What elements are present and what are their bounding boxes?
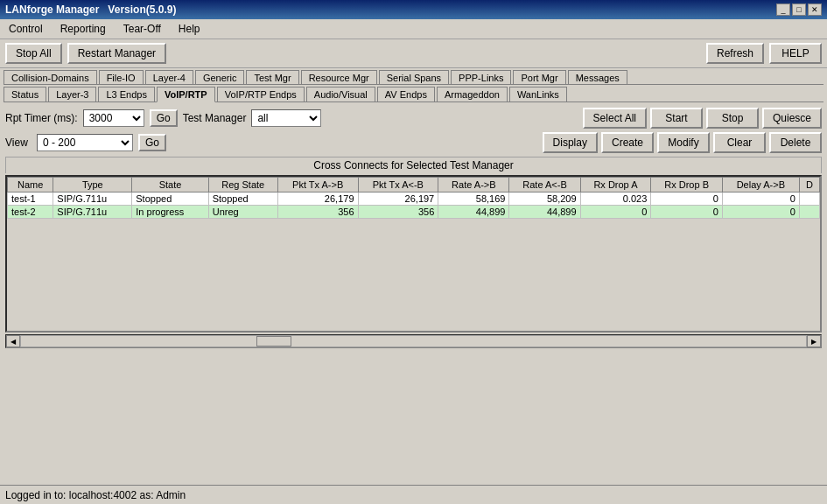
stop-button[interactable]: Stop [706,108,759,129]
tab-audio-visual[interactable]: Audio/Visual [306,87,375,102]
cell-rate-ba: 44,899 [509,206,580,219]
tab-wanlinks[interactable]: WanLinks [509,87,567,102]
restart-manager-button[interactable]: Restart Manager [67,43,166,64]
cross-connects-table: Name Type State Reg State Pkt Tx A->B Pk… [7,177,820,219]
tab-armageddon[interactable]: Armageddon [437,87,508,102]
rpt-timer-label: Rpt Timer (ms): [5,112,78,124]
table-row[interactable]: test-2 SIP/G.711u In progress Unreg 356 … [8,206,820,219]
close-button[interactable]: ✕ [808,4,822,16]
cell-state: In progress [132,206,208,219]
cell-rate-ba: 58,209 [509,192,580,206]
cell-type: SIP/G.711u [53,206,132,219]
cell-name: test-1 [8,192,53,206]
menu-reporting[interactable]: Reporting [55,21,111,37]
tabs-row2: Status Layer-3 L3 Endps VoIP/RTP VoIP/RT… [0,85,827,102]
control-row-2: View 0 - 200 Go Display Create Modify Cl… [5,132,822,153]
display-button[interactable]: Display [543,132,598,153]
menu-bar: Control Reporting Tear-Off Help [0,19,827,39]
cell-pkt-tx-ab: 26,179 [277,192,358,206]
horizontal-scrollbar[interactable]: ◀ ▶ [5,334,822,348]
col-state: State [132,178,208,192]
tabs-row1: Collision-Domains File-IO Layer-4 Generi… [0,68,827,84]
tab-ppp-links[interactable]: PPP-Links [451,70,511,85]
tab-serial-spans[interactable]: Serial Spans [379,70,449,85]
go2-button[interactable]: Go [138,134,166,151]
control-row-1: Rpt Timer (ms): 3000 Go Test Manager all… [5,108,822,129]
test-manager-label: Test Manager [183,112,247,124]
table-section: Cross Connects for Selected Test Manager… [5,157,822,480]
tab-messages[interactable]: Messages [568,70,627,85]
maximize-button[interactable]: □ [792,4,806,16]
select-all-button[interactable]: Select All [583,108,647,129]
quiesce-button[interactable]: Quiesce [762,108,822,129]
title-bar: LANforge Manager Version(5.0.9) _ □ ✕ [0,0,827,19]
minimize-button[interactable]: _ [776,4,790,16]
tab-l3-endps[interactable]: L3 Endps [98,87,154,102]
cell-d [799,206,819,219]
col-reg-state: Reg State [208,178,277,192]
scroll-right-arrow[interactable]: ▶ [807,335,821,347]
go1-button[interactable]: Go [150,109,178,127]
status-bar: Logged in to: localhost:4002 as: Admin [0,485,827,504]
tab-file-io[interactable]: File-IO [99,70,144,85]
delete-button[interactable]: Delete [769,132,822,153]
clear-button[interactable]: Clear [713,132,766,153]
tab-resource-mgr[interactable]: Resource Mgr [301,70,377,85]
view-select[interactable]: 0 - 200 [37,134,133,151]
cell-rate-ab: 44,899 [438,206,509,219]
tab-generic[interactable]: Generic [195,70,245,85]
window-controls[interactable]: _ □ ✕ [776,4,822,16]
rpt-timer-select[interactable]: 3000 [83,109,144,127]
col-rate-ab: Rate A->B [438,178,509,192]
col-rate-ba: Rate A<-B [509,178,580,192]
menu-tearoff[interactable]: Tear-Off [118,21,166,37]
status-text: Logged in to: localhost:4002 as: Admin [5,489,186,501]
stop-all-button[interactable]: Stop All [5,43,62,64]
help-button[interactable]: HELP [769,43,822,64]
col-name: Name [8,178,53,192]
cell-rate-ab: 58,169 [438,192,509,206]
tab-av-endps[interactable]: AV Endps [377,87,435,102]
start-button[interactable]: Start [650,108,703,129]
menu-help[interactable]: Help [173,21,206,37]
col-rx-drop-b: Rx Drop B [651,178,723,192]
tab-port-mgr[interactable]: Port Mgr [513,70,565,85]
tab-status[interactable]: Status [4,87,46,102]
table-container[interactable]: Name Type State Reg State Pkt Tx A->B Pk… [5,175,822,332]
cell-delay-ab: 0 [722,206,799,219]
tab-voip-rtp-endps[interactable]: VoIP/RTP Endps [217,87,305,102]
col-rx-drop-a: Rx Drop A [580,178,651,192]
tab-layer4[interactable]: Layer-4 [145,70,193,85]
table-title: Cross Connects for Selected Test Manager [5,157,822,173]
cell-d [799,192,819,206]
menu-control[interactable]: Control [4,21,48,37]
tab-voip-rtp[interactable]: VoIP/RTP [157,87,215,102]
scroll-track[interactable] [20,335,807,347]
col-pkt-tx-ab: Pkt Tx A->B [277,178,358,192]
col-d: D [799,178,819,192]
create-button[interactable]: Create [601,132,654,153]
cell-rx-drop-b: 0 [651,192,723,206]
cell-rx-drop-a: 0 [580,206,651,219]
app-title: LANforge Manager Version(5.0.9) [5,4,176,16]
cell-reg-state: Unreg [208,206,277,219]
cell-rx-drop-a: 0.023 [580,192,651,206]
cell-rx-drop-b: 0 [651,206,723,219]
cell-pkt-tx-ba: 26,197 [358,192,438,206]
view-label: View [5,136,32,149]
modify-button[interactable]: Modify [657,132,710,153]
scroll-left-arrow[interactable]: ◀ [6,335,20,347]
refresh-button[interactable]: Refresh [706,43,764,64]
cell-state: Stopped [132,192,208,206]
tab-layer3[interactable]: Layer-3 [48,87,96,102]
scroll-thumb[interactable] [256,336,291,346]
main-toolbar: Stop All Restart Manager Refresh HELP [0,39,827,68]
test-manager-select[interactable]: all [251,109,321,127]
tab-test-mgr[interactable]: Test Mgr [246,70,298,85]
col-type: Type [53,178,132,192]
col-pkt-tx-ba: Pkt Tx A<-B [358,178,438,192]
cell-reg-state: Stopped [208,192,277,206]
cell-type: SIP/G.711u [53,192,132,206]
table-row[interactable]: test-1 SIP/G.711u Stopped Stopped 26,179… [8,192,820,206]
tab-collision-domains[interactable]: Collision-Domains [4,70,97,85]
